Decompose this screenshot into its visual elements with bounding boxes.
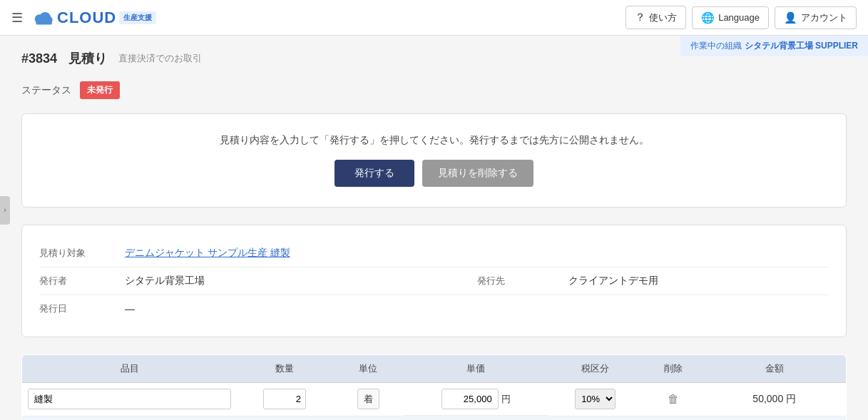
issuer-recipient-row: 発行者 シタテル背景工場 発行先 クライアントデモ用 [39,267,829,295]
sidebar-toggle[interactable]: › [0,196,10,225]
logo: CLOUD 生産支援 [31,6,156,29]
main-content: #3834 見積り 直接決済でのお取引 ステータス 未発行 見積り内容を入力して… [0,36,868,420]
item-delete-cell: 🗑 [643,383,703,416]
col-header-qty: 数量 [237,355,332,383]
header-left: ☰ CLOUD 生産支援 [11,6,156,29]
item-name-cell [22,383,238,416]
publish-button[interactable]: 発行する [335,160,414,187]
subtotal-label: 小計 [643,416,703,420]
status-label: ステータス [21,84,71,97]
subtotal-spacer [22,416,643,420]
recipient-label: 発行先 [477,275,563,287]
details-section: 見積り対象 デニムジャケット サンプル生産 縫製 発行者 シタテル背景工場 発行… [21,225,847,337]
language-label: Language [718,12,760,23]
info-message: 見積り内容を入力して「発行する」を押してください。発行するまでは先方に公開されま… [36,134,832,147]
target-row: 見積り対象 デニムジャケット サンプル生産 縫製 [39,240,829,267]
org-banner-link[interactable]: シタテル背景工場 SUPPLIER [745,41,858,51]
issuer-recipient-group: シタテル背景工場 発行先 クライアントデモ用 [125,275,829,287]
hamburger-menu[interactable]: ☰ [11,10,23,26]
recipient-value: クライアントデモ用 [568,275,829,287]
help-label: 使い方 [649,11,677,24]
item-qty-cell [237,383,332,416]
account-icon: 👤 [784,11,797,24]
delete-estimate-button[interactable]: 見積りを削除する [422,160,533,187]
account-label: アカウント [801,11,847,24]
col-header-tax: 税区分 [548,355,643,383]
date-row: 発行日 — [39,295,829,322]
date-value: — [125,303,829,314]
cloud-icon [31,6,54,29]
item-tax-select[interactable]: 10% 8% 0% [575,389,616,409]
issuer-group: シタテル背景工場 [125,275,477,287]
recipient-group: 発行先 クライアントデモ用 [477,275,829,287]
item-unit-cell: 着 [332,383,404,416]
subtotal-row: 小計 50,000 円 [22,416,847,420]
page-title: 見積り [68,50,107,67]
col-header-item: 品目 [22,355,238,383]
help-button[interactable]: ？ 使い方 [626,6,686,29]
language-button[interactable]: 🌐 Language [692,6,769,29]
status-badge: 未発行 [80,81,120,99]
item-tax-cell: 10% 8% 0% [548,383,643,416]
item-currency: 円 [501,393,511,406]
item-price-cell: 円 [404,383,548,416]
page-id: #3834 [21,51,57,66]
issuer-value: シタテル背景工場 [125,275,477,287]
item-price-input[interactable] [441,389,499,409]
item-name-input[interactable] [28,389,231,409]
language-icon: 🌐 [701,11,715,24]
header: ☰ CLOUD 生産支援 ？ 使い方 🌐 Language 👤 アカウント [0,0,868,36]
header-right: ？ 使い方 🌐 Language 👤 アカウント [626,6,857,29]
table-header-row: 品目 数量 単位 単価 税区分 削除 金額 [22,355,847,383]
svg-rect-3 [36,19,51,24]
col-header-delete: 削除 [643,355,703,383]
col-header-unit: 単位 [332,355,404,383]
issuer-label: 発行者 [39,275,125,287]
info-box: 見積り内容を入力して「発行する」を押してください。発行するまでは先方に公開されま… [21,113,847,208]
items-table: 品目 数量 単位 単価 税区分 削除 金額 着 [21,354,847,420]
table-row: 着 円 10% 8% 0% 🗑 50,000 円 [22,383,847,416]
item-delete-button[interactable]: 🗑 [668,393,679,406]
target-label: 見積り対象 [39,247,125,260]
help-icon: ？ [635,11,645,24]
account-button[interactable]: 👤 アカウント [775,6,857,29]
col-header-price: 単価 [404,355,548,383]
col-header-amount: 金額 [703,355,846,383]
item-qty-input[interactable] [263,389,306,409]
target-value[interactable]: デニムジャケット サンプル生産 縫製 [125,247,829,260]
logo-cloud-text: CLOUD [57,9,116,27]
date-label: 発行日 [39,302,125,315]
item-amount-cell: 50,000 円 [703,383,846,416]
item-unit-value: 着 [357,389,379,409]
subtotal-value: 50,000 円 [703,416,846,420]
logo-badge: 生産支援 [119,11,156,24]
page-subtitle: 直接決済でのお取引 [118,52,202,65]
org-banner-prefix: 作業中の組織 [690,41,742,51]
org-banner: 作業中の組織 シタテル背景工場 SUPPLIER [680,36,868,56]
status-row: ステータス 未発行 [21,81,847,99]
